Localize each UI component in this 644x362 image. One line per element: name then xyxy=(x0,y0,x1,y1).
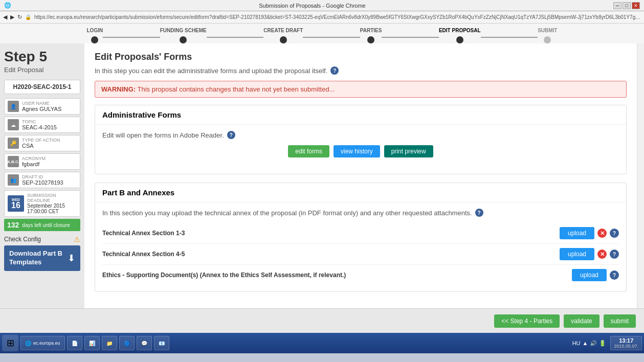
minimize-button[interactable]: ─ xyxy=(613,2,621,9)
deadline-text: SUBMISSION DEADLINE September 2015 17:00… xyxy=(27,193,77,214)
start-button[interactable]: ⊞ xyxy=(2,335,18,351)
taskbar-outlook[interactable]: 📧 xyxy=(154,336,169,350)
part-b-header: Part B and Annexes xyxy=(95,183,626,202)
print-preview-button[interactable]: print preview xyxy=(384,145,433,157)
main-content: Edit Proposals' Forms In this step you c… xyxy=(84,43,637,308)
part-b-body: In this section you may upload the techn… xyxy=(95,202,626,291)
topic-icon: ☁ xyxy=(8,119,19,130)
user-value: Agnes GULYAS xyxy=(22,106,61,112)
download-icon: ⬇ xyxy=(68,253,75,264)
check-config-section: Check Config ⚠ Download Part B Templates… xyxy=(4,235,80,271)
upload-button-3[interactable]: upload xyxy=(572,269,607,281)
step-funding-label: FUNDING SCHEME xyxy=(160,28,207,33)
view-history-button[interactable]: view history xyxy=(334,145,380,157)
step-edit: EDIT PROPOSAL xyxy=(439,28,481,43)
taskbar-skype[interactable]: 💬 xyxy=(137,336,152,350)
topic-text: TOPIC SEAC-4-2015 xyxy=(22,119,57,130)
step-login: LOGIN xyxy=(87,28,103,43)
taskbar-word[interactable]: 📄 xyxy=(67,336,82,350)
help-icon-adobe[interactable]: ? xyxy=(227,131,235,139)
help-icon-annex-1[interactable]: ? xyxy=(610,229,619,238)
type-text: TYPE OF ACTION CSA xyxy=(22,138,60,149)
step-connector-5 xyxy=(481,37,538,38)
description-text: In this step you can edit the administra… xyxy=(95,67,327,75)
validate-button[interactable]: validate xyxy=(564,314,599,328)
step-submit-dot xyxy=(544,36,551,43)
annex-row-1: Technical Annex Section 1-3 upload ✕ ? xyxy=(102,223,619,244)
step-edit-dot xyxy=(456,36,463,43)
excel-icon: 📊 xyxy=(89,341,95,346)
delete-icon-1[interactable]: ✕ xyxy=(597,229,607,238)
draft-text: DRAFT ID SEP-210278193 xyxy=(22,174,63,186)
step-parties: PARTIES xyxy=(360,28,382,43)
refresh-icon[interactable]: ↻ xyxy=(17,14,22,20)
system-tray: HU ▲ 🔊 🔋 xyxy=(572,340,607,347)
step-connector-2 xyxy=(207,37,264,38)
back-button[interactable]: << Step 4 - Parties xyxy=(494,314,560,328)
days-left-info: 132 days left until closure xyxy=(4,219,80,231)
back-icon[interactable]: ◀ xyxy=(3,14,7,20)
taskbar-excel[interactable]: 📊 xyxy=(84,336,100,350)
maximize-button[interactable]: □ xyxy=(623,2,631,9)
cal-day-num: 16 xyxy=(11,201,20,210)
annex-actions-2: upload ✕ ? xyxy=(560,248,619,260)
taskbar-left: ⊞ 🌐 ec.europa.eu 📄 📊 📁 🔵 💬 📧 xyxy=(2,335,169,351)
taskbar-explorer[interactable]: 📁 xyxy=(102,336,117,350)
explorer-icon: 📁 xyxy=(106,341,113,346)
forward-icon[interactable]: ▶ xyxy=(10,14,14,20)
user-label: USER NAME xyxy=(22,101,61,106)
download-btn-label: Download Part B Templates xyxy=(9,250,68,267)
window-title: Submission of Proposals - Google Chrome xyxy=(11,3,613,9)
step-number: Step 5 xyxy=(4,49,80,65)
bottom-navigation: << Step 4 - Parties validate submit xyxy=(0,308,644,333)
download-part-b-button[interactable]: Download Part B Templates ⬇ xyxy=(4,245,80,271)
help-icon-annex-2[interactable]: ? xyxy=(610,250,619,259)
warning-icon: ⚠ xyxy=(74,235,80,243)
type-label: TYPE OF ACTION xyxy=(22,138,60,143)
help-icon-partb[interactable]: ? xyxy=(475,209,483,217)
warning-box: WARNING: This proposal contains changes … xyxy=(95,81,627,98)
acronym-value: fgbardf xyxy=(22,161,46,167)
part-b-title: Part B and Annexes xyxy=(102,188,174,197)
taskbar-chrome[interactable]: 🔵 xyxy=(119,336,135,350)
edit-forms-button[interactable]: edit forms xyxy=(288,145,329,157)
url-text[interactable]: https://ec.europa.eu/research/participan… xyxy=(34,14,641,20)
submit-button[interactable]: submit xyxy=(604,314,636,328)
acronym-text: ACRONYM fgbardf xyxy=(22,156,46,167)
admin-forms-section: Administrative Forms Edit will open the … xyxy=(95,105,627,174)
scrollbar[interactable] xyxy=(637,43,644,308)
user-icon: 👤 xyxy=(8,101,19,112)
deadline-value: September 2015 17:00:00 CET xyxy=(27,203,77,214)
annex-actions-1: upload ✕ ? xyxy=(560,227,619,239)
upload-button-2[interactable]: upload xyxy=(560,248,594,260)
help-icon-annex-3[interactable]: ? xyxy=(610,270,619,280)
help-icon-main[interactable]: ? xyxy=(330,66,339,75)
delete-icon-2[interactable]: ✕ xyxy=(597,250,607,259)
annex-label-1: Technical Annex Section 1-3 xyxy=(102,230,556,237)
step-draft-dot xyxy=(280,36,287,43)
close-button[interactable]: ✕ xyxy=(632,2,640,9)
step-parties-label: PARTIES xyxy=(360,28,382,33)
taskbar-ie[interactable]: 🌐 ec.europa.eu xyxy=(20,336,65,350)
annex-label-3: Ethics - Supporting Document(s) (Annex t… xyxy=(102,272,568,279)
annex-actions-3: upload ? xyxy=(572,269,619,281)
taskbar: ⊞ 🌐 ec.europa.eu 📄 📊 📁 🔵 💬 📧 HU ▲ 🔊 xyxy=(0,333,644,353)
draft-info: 👥 DRAFT ID SEP-210278193 xyxy=(4,172,80,188)
days-left-num: 132 xyxy=(7,221,19,229)
skype-icon: 💬 xyxy=(141,341,147,346)
type-icon: 🔑 xyxy=(8,138,19,149)
check-config-label: Check Config xyxy=(4,236,41,243)
step-login-label: LOGIN xyxy=(87,28,103,33)
step-login-dot xyxy=(91,36,98,43)
annex-row-2: Technical Annex Section 4-5 upload ✕ ? xyxy=(102,244,619,265)
draft-value: SEP-210278193 xyxy=(22,179,63,186)
upload-button-1[interactable]: upload xyxy=(560,227,594,239)
part-b-desc-text: In this section you may upload the techn… xyxy=(102,209,472,217)
draft-icon: 👥 xyxy=(8,174,19,186)
admin-forms-buttons: edit forms view history print preview xyxy=(102,145,619,157)
step-parties-dot xyxy=(367,36,374,43)
annex-label-2: Technical Annex Section 4-5 xyxy=(102,251,556,258)
check-config-header: Check Config ⚠ xyxy=(4,235,80,243)
outlook-icon: 📧 xyxy=(159,341,165,346)
step-submit-label: SUBMIT xyxy=(538,28,557,33)
